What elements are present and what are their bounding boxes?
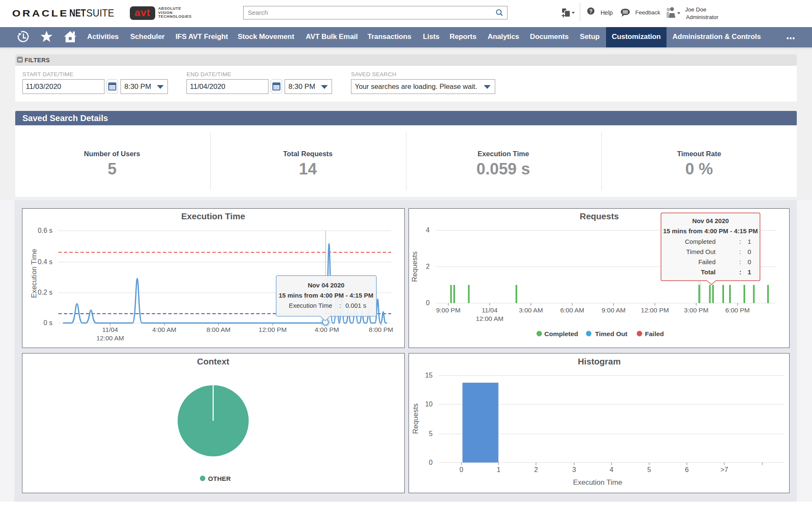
svg-text:Execution Time: Execution Time: [289, 302, 332, 309]
svg-text:12:00 PM: 12:00 PM: [641, 306, 669, 314]
svg-text::: :: [339, 302, 341, 309]
svg-text::: :: [739, 258, 741, 265]
svg-text:Execution Time: Execution Time: [573, 478, 622, 486]
svg-text:0: 0: [748, 248, 751, 255]
svg-text:OTHER: OTHER: [208, 475, 231, 482]
svg-text:5: 5: [429, 430, 433, 437]
svg-text:15: 15: [425, 372, 433, 379]
svg-text:0: 0: [748, 258, 751, 265]
svg-text:0: 0: [429, 459, 433, 466]
svg-text:1: 1: [748, 268, 751, 276]
svg-text:9:00 PM: 9:00 PM: [436, 306, 461, 314]
svg-text:Failed: Failed: [645, 330, 664, 337]
svg-text:8:00 AM: 8:00 AM: [206, 326, 230, 333]
svg-text:10: 10: [425, 400, 433, 408]
svg-text:Context: Context: [197, 356, 229, 366]
svg-text:0: 0: [460, 466, 464, 473]
svg-text:4:00 AM: 4:00 AM: [152, 326, 176, 333]
svg-text:?: ?: [589, 8, 593, 14]
svg-text:15 mins from 4:00 PM - 4:15 PM: 15 mins from 4:00 PM - 4:15 PM: [663, 227, 758, 235]
svg-text:Requests: Requests: [411, 251, 419, 282]
svg-text:0 s: 0 s: [44, 319, 52, 326]
svg-text:3: 3: [572, 466, 576, 473]
svg-text:NET: NET: [69, 7, 86, 19]
svg-text:0: 0: [426, 299, 430, 306]
svg-text:6: 6: [685, 466, 689, 473]
svg-text:11/04: 11/04: [482, 306, 498, 314]
svg-text:Failed: Failed: [698, 258, 716, 265]
svg-text:Nov 04 2020: Nov 04 2020: [308, 282, 345, 289]
svg-text:15 mins from 4:00 PM - 4:15 PM: 15 mins from 4:00 PM - 4:15 PM: [279, 292, 373, 299]
svg-text::: :: [739, 268, 741, 276]
svg-text:Requests: Requests: [411, 403, 420, 434]
svg-text:6:00 AM: 6:00 AM: [560, 306, 584, 314]
svg-text:3:00 AM: 3:00 AM: [519, 306, 543, 314]
svg-text::: :: [739, 248, 741, 255]
svg-text:2: 2: [426, 263, 430, 270]
svg-text:0.2 s: 0.2 s: [38, 289, 52, 296]
svg-text:0.4 s: 0.4 s: [38, 258, 52, 265]
svg-text:8:00 PM: 8:00 PM: [369, 326, 393, 333]
svg-text:1: 1: [748, 238, 751, 245]
svg-text:Execution Time: Execution Time: [181, 211, 245, 221]
svg-text:>7: >7: [720, 466, 728, 473]
svg-text:9:00 AM: 9:00 AM: [601, 306, 625, 314]
svg-text:Timed Out: Timed Out: [686, 248, 716, 255]
svg-text:1: 1: [497, 466, 501, 473]
svg-text:4: 4: [426, 226, 430, 234]
svg-text:SUITE: SUITE: [86, 7, 114, 19]
svg-text:Histogram: Histogram: [578, 356, 620, 366]
svg-text:3:00 PM: 3:00 PM: [684, 306, 708, 314]
svg-text:0.6 s: 0.6 s: [38, 227, 52, 234]
svg-text:12:00 AM: 12:00 AM: [476, 315, 504, 322]
svg-text:11/04: 11/04: [102, 326, 118, 333]
svg-text:12:00 AM: 12:00 AM: [96, 334, 124, 342]
svg-text:2: 2: [534, 466, 538, 473]
svg-text:Requests: Requests: [580, 211, 619, 221]
svg-text:4: 4: [610, 466, 614, 473]
svg-text:4:00 PM: 4:00 PM: [315, 326, 339, 333]
svg-text:Timed Out: Timed Out: [595, 330, 627, 337]
svg-text:Total: Total: [701, 268, 716, 276]
svg-text:ORACLE: ORACLE: [12, 8, 69, 19]
svg-text:Execution Time: Execution Time: [30, 249, 38, 298]
svg-text:12:00 PM: 12:00 PM: [259, 326, 287, 333]
svg-text::: :: [739, 238, 741, 245]
svg-text:Completed: Completed: [685, 238, 716, 245]
svg-text:Nov 04 2020: Nov 04 2020: [692, 217, 729, 224]
svg-text:5: 5: [647, 466, 651, 473]
svg-text:0.001 s: 0.001 s: [346, 302, 366, 309]
svg-text:6:00 PM: 6:00 PM: [725, 306, 750, 314]
svg-text:Completed: Completed: [544, 330, 578, 337]
